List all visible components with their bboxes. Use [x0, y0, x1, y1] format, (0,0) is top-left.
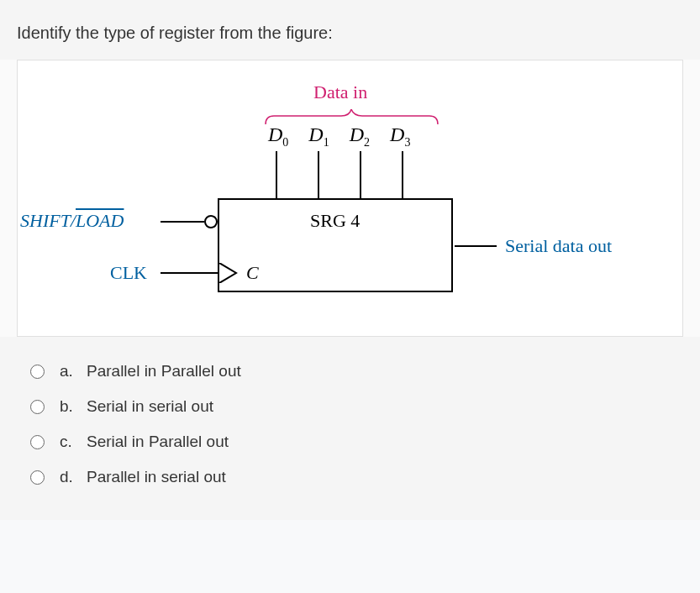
- option-a[interactable]: a. Parallel in Parallel out: [30, 362, 670, 380]
- output-wire: [455, 245, 497, 247]
- shift-load-label: SHIFT/LOAD: [20, 210, 124, 232]
- clk-label: CLK: [110, 262, 147, 284]
- question-text: Identify the type of register from the f…: [0, 0, 700, 60]
- radio-icon[interactable]: [30, 435, 45, 449]
- option-text: Serial in serial out: [87, 397, 213, 416]
- serial-out-label: Serial data out: [505, 235, 612, 257]
- options-list: a. Parallel in Parallel out b. Serial in…: [0, 337, 700, 520]
- figure-area: Data in D0 D1 D2 D3 SRG 4 S: [17, 60, 683, 337]
- srg-label: SRG 4: [310, 210, 360, 232]
- option-text: Serial in Parallel out: [87, 433, 229, 451]
- option-letter: d.: [60, 468, 80, 486]
- c-label: C: [246, 262, 259, 284]
- option-text: Parallel in Parallel out: [87, 362, 241, 380]
- option-b[interactable]: b. Serial in serial out: [30, 397, 670, 416]
- option-letter: a.: [60, 362, 80, 380]
- option-text: Parallel in serial out: [87, 468, 226, 486]
- option-d[interactable]: d. Parallel in serial out: [30, 468, 670, 486]
- radio-icon[interactable]: [30, 365, 45, 379]
- option-letter: c.: [60, 433, 80, 451]
- option-letter: b.: [60, 397, 80, 416]
- data-in-label: Data in: [313, 81, 367, 103]
- d-labels: D0 D1 D2 D3: [268, 123, 425, 150]
- radio-icon[interactable]: [30, 400, 45, 414]
- clk-wire: [161, 272, 218, 274]
- shift-load-wire: [161, 221, 204, 223]
- option-c[interactable]: c. Serial in Parallel out: [30, 433, 670, 451]
- inverter-bubble-icon: [204, 215, 218, 228]
- radio-icon[interactable]: [30, 470, 45, 485]
- clock-edge-icon: [219, 263, 239, 286]
